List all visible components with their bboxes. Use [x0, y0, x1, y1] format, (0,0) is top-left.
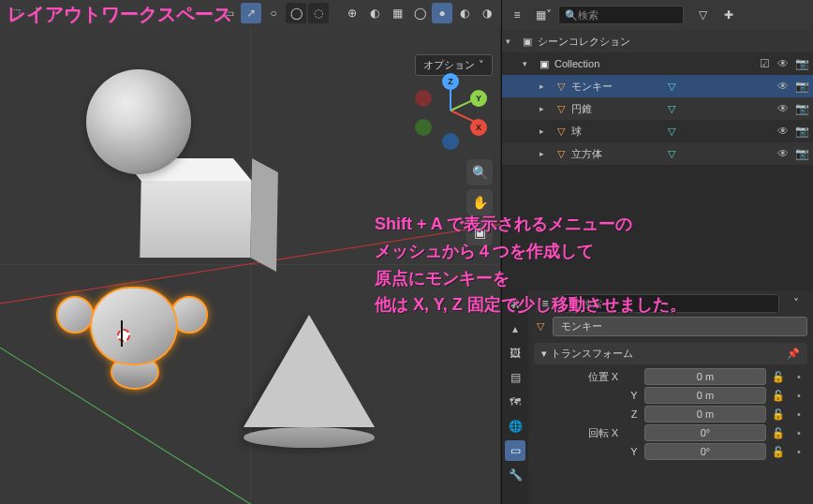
disable-render-icon[interactable]: 📷	[794, 102, 809, 115]
mesh-data-icon: ▽	[665, 125, 678, 138]
gizmo-x[interactable]: X	[470, 119, 487, 136]
properties-tabs: 🛠 ▴ 🖼 ▤ 🗺 🌐 ▭ 🔧	[502, 290, 528, 504]
hide-eye-icon[interactable]: 👁	[776, 102, 791, 115]
transform-row: 位置 X0 m🔓•	[534, 367, 807, 386]
hide-eye-icon[interactable]: 👁	[776, 125, 791, 138]
transform-row: Y0 m🔓•	[534, 386, 807, 405]
hide-eye-icon[interactable]: 👁	[776, 147, 791, 160]
wire-shade-icon[interactable]: ◯	[409, 3, 430, 23]
mesh-data-icon: ▽	[665, 147, 678, 160]
gizmo-y[interactable]: Y	[470, 90, 487, 107]
number-field[interactable]: 0 m	[644, 406, 766, 422]
transform-row: Y0°🔓•	[534, 442, 807, 461]
mesh-sphere[interactable]	[86, 69, 191, 174]
animate-icon[interactable]: •	[791, 408, 807, 420]
number-field[interactable]: 0°	[644, 443, 766, 460]
disclosure-icon[interactable]: ▸	[540, 82, 551, 91]
chevron-down-icon: ˅	[479, 59, 484, 71]
outliner-object-row[interactable]: ▸▽立方体▽👁📷	[502, 142, 813, 165]
disclosure-icon[interactable]: ▾	[523, 59, 534, 68]
solid-shade-icon[interactable]: ●	[432, 3, 452, 23]
proportional-icon[interactable]: ◌	[308, 3, 329, 23]
number-field[interactable]: 0 m	[644, 387, 766, 404]
outliner-editor-icon[interactable]: ≡	[507, 5, 527, 25]
hide-eye-icon[interactable]: 👁	[776, 80, 791, 93]
gizmo-z[interactable]: Z	[442, 73, 459, 90]
tab-scene-icon[interactable]: 🗺	[505, 392, 525, 412]
disable-render-icon[interactable]: 📷	[794, 147, 809, 160]
transform-row: 回転 X0°🔓•	[534, 423, 807, 442]
collection-icon: ▣	[521, 35, 534, 48]
display-mode-icon[interactable]: ▦˅	[533, 5, 554, 25]
cursor-3d	[109, 320, 135, 347]
globe-icon[interactable]: ○	[263, 3, 284, 23]
gizmo-neg-z[interactable]	[442, 133, 459, 150]
outliner-object-row[interactable]: ▸▽円錐▽👁📷	[502, 97, 813, 120]
mesh-cone[interactable]	[244, 315, 375, 427]
number-field[interactable]: 0 m	[644, 368, 766, 385]
hide-eye-icon[interactable]: 👁	[776, 57, 791, 70]
overlay-toggle-icon[interactable]: ◐	[364, 3, 385, 23]
gizmo-neg-x[interactable]	[415, 90, 432, 107]
mesh-cube[interactable]	[140, 181, 251, 258]
disable-render-icon[interactable]: 📷	[794, 125, 809, 138]
animate-icon[interactable]: •	[791, 427, 807, 438]
collection-label: Collection	[554, 58, 753, 69]
tab-render-icon[interactable]: ▴	[505, 319, 525, 339]
mesh-icon: ▽	[554, 80, 568, 93]
object-name: 立方体	[571, 147, 661, 161]
annotation-note: Shift + A で表示されるメニューの メッシュから４つを作成して 原点にモ…	[375, 211, 687, 319]
disclosure-icon[interactable]: ▸	[540, 126, 551, 136]
scene-collection-label: シーンコレクション	[538, 35, 809, 49]
object-name: 球	[571, 125, 661, 139]
disable-render-icon[interactable]: 📷	[794, 80, 809, 93]
disclosure-icon[interactable]: ▾	[506, 37, 517, 46]
mesh-data-icon: ▽	[665, 80, 678, 93]
mesh-icon: ▽	[554, 125, 568, 138]
outliner-object-row[interactable]: ▸▽球▽👁📷	[502, 120, 813, 142]
viewport-options-button[interactable]: オプション ˅	[415, 54, 493, 76]
tab-world-icon[interactable]: 🌐	[505, 416, 525, 437]
animate-icon[interactable]: •	[791, 371, 807, 382]
collection-row[interactable]: ▾ ▣ Collection ☑ 👁 📷	[502, 52, 813, 75]
disable-render-icon[interactable]: 📷	[794, 57, 809, 70]
outliner-search-input[interactable]: 🔍 検索	[558, 6, 684, 24]
disclosure-icon[interactable]: ▸	[540, 104, 551, 113]
cursor-icon[interactable]: ↗	[241, 3, 261, 23]
tab-modifier-icon[interactable]: 🔧	[505, 465, 525, 485]
prop-options-icon[interactable]: ˅	[786, 293, 806, 314]
object-icon: ▽	[534, 319, 547, 333]
gizmo-toggle-icon[interactable]: ⊕	[342, 3, 362, 23]
object-name-field[interactable]: モンキー	[553, 317, 807, 336]
axis-label: Y	[628, 446, 641, 457]
render-shade-icon[interactable]: ◑	[477, 3, 497, 23]
animate-icon[interactable]: •	[791, 390, 807, 401]
scene-collection-row[interactable]: ▾ ▣ シーンコレクション	[502, 30, 813, 52]
animate-icon[interactable]: •	[791, 446, 807, 457]
lock-icon[interactable]: 🔓	[770, 408, 787, 421]
axis-label: Y	[628, 390, 641, 401]
gizmo-neg-y[interactable]	[415, 119, 432, 136]
outliner-object-row[interactable]: ▸▽モンキー▽👁📷	[502, 75, 813, 97]
outliner-header: ≡ ▦˅ 🔍 検索 ▽ ✚	[502, 0, 813, 30]
tab-viewlayer-icon[interactable]: ▤	[505, 367, 525, 388]
lock-icon[interactable]: 🔓	[770, 446, 787, 458]
number-field[interactable]: 0°	[644, 424, 766, 441]
filter-icon[interactable]: ▽	[692, 5, 713, 25]
tab-output-icon[interactable]: 🖼	[505, 343, 525, 363]
lock-icon[interactable]: 🔓	[770, 390, 787, 402]
exclude-checkbox-icon[interactable]: ☑	[757, 57, 772, 70]
matprev-shade-icon[interactable]: ◐	[454, 3, 475, 23]
disclosure-icon[interactable]: ▸	[540, 149, 551, 158]
zoom-tool-icon[interactable]: 🔍	[466, 159, 493, 185]
pin-icon[interactable]: 📌	[787, 348, 800, 360]
lock-icon[interactable]: 🔓	[770, 427, 787, 439]
new-collection-icon[interactable]: ✚	[718, 5, 739, 25]
xray-icon[interactable]: ▦	[387, 3, 407, 23]
tab-object-icon[interactable]: ▭	[505, 440, 525, 461]
object-name: モンキー	[571, 80, 661, 94]
navigation-gizmo[interactable]: X Y Z	[418, 77, 483, 142]
snap-icon[interactable]: ◯	[286, 3, 306, 23]
lock-icon[interactable]: 🔓	[770, 371, 787, 383]
transform-panel-header[interactable]: ▾ トランスフォーム 📌	[534, 343, 807, 364]
